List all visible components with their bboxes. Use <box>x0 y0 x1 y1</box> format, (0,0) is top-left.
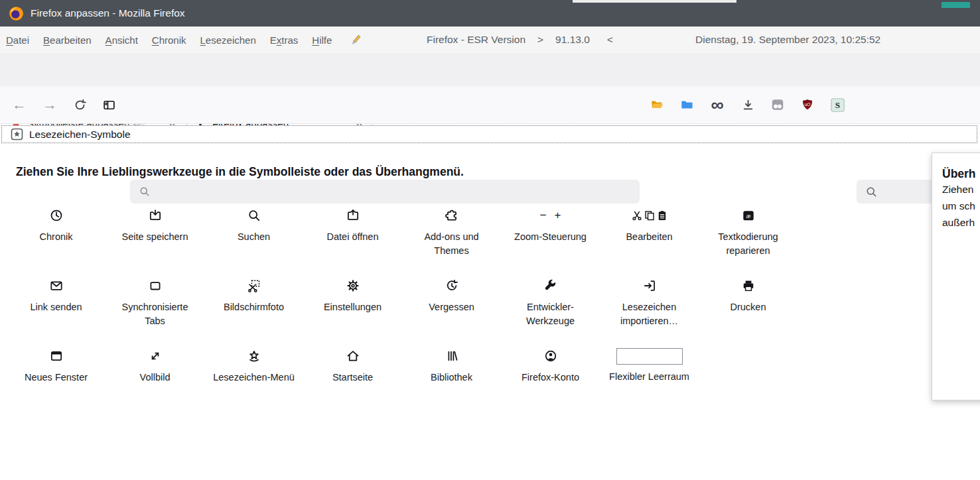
palette-item-vollbild[interactable]: Vollbild <box>105 340 204 410</box>
palette-item-datei-oeffnen[interactable]: Datei öffnen <box>303 200 402 270</box>
history-clock-icon <box>49 206 64 225</box>
palette-item-label: Datei öffnen <box>327 230 379 244</box>
palette-item-link-senden[interactable]: Link senden <box>7 270 105 340</box>
esr-version: 91.13.0 <box>555 34 590 46</box>
svg-text:uO: uO <box>805 102 811 107</box>
downloads-button[interactable] <box>736 86 760 123</box>
palette-item-textkodierung[interactable]: æ Textkodierung reparieren <box>699 200 798 270</box>
bookmarks-toolbar-dropzone[interactable]: Lesezeichen-Symbole <box>1 125 977 143</box>
palette-item-chronik[interactable]: Chronik <box>7 200 105 270</box>
palette-item-startseite[interactable]: Startseite <box>303 340 402 410</box>
edit-tools-icon <box>632 206 667 225</box>
urlbar-search-icon <box>139 186 151 198</box>
palette-item-entwickler-werkzeuge[interactable]: Entwickler-Werkzeuge <box>501 270 600 340</box>
menu-lesezeichen[interactable]: Lesezeichen <box>200 34 256 46</box>
esr-gt: > <box>537 34 543 46</box>
titlebar-accent <box>942 2 970 8</box>
esr-lt: < <box>607 34 613 46</box>
palette-item-addons[interactable]: Add-ons und Themes <box>402 200 501 270</box>
palette-item-vergessen[interactable]: Vergessen <box>402 270 501 340</box>
private-mask-button[interactable]: ∞ <box>705 86 729 123</box>
palette-item-zoom-steuerung[interactable]: − + Zoom-Steuerung <box>501 200 600 270</box>
palette-item-label: Add-ons und Themes <box>410 230 494 258</box>
menu-ansicht[interactable]: Ansicht <box>105 34 138 46</box>
scissors-icon <box>632 210 642 221</box>
clock-readout: Dienstag, 19. September 2023, 10:25:52 <box>695 27 880 53</box>
infinity-icon: ∞ <box>711 98 723 111</box>
bookmarks-dropzone-label: Lesezeichen-Symbole <box>29 129 131 141</box>
palette-item-label: Textkodierung reparieren <box>707 230 790 258</box>
palette-item-flexibler-leerraum[interactable]: Flexibler Leerraum <box>600 340 699 410</box>
tab-bar: Symbolleiste anpassen senk × Firefox anp… <box>0 53 980 86</box>
reload-button[interactable] <box>68 86 92 123</box>
palette-item-label: Zoom-Steuerung <box>514 230 587 244</box>
menu-datei[interactable]: Datei <box>6 34 29 46</box>
palette-item-label: Chronik <box>40 230 73 244</box>
back-button[interactable]: ← <box>7 86 31 123</box>
developer-wrench-icon <box>543 276 558 295</box>
palette-item-seite-speichern[interactable]: Seite speichern <box>105 200 204 270</box>
open-file-icon <box>346 206 360 225</box>
stylus-icon: S <box>830 97 845 113</box>
zoom-plus[interactable]: + <box>555 209 561 222</box>
palette-item-label: Entwickler-Werkzeuge <box>509 300 593 328</box>
menu-bearbeiten[interactable]: Bearbeiten <box>43 34 92 46</box>
new-window-icon <box>49 347 64 365</box>
extension-button[interactable] <box>766 86 790 123</box>
palette-item-einstellungen[interactable]: Einstellungen <box>303 270 402 340</box>
customize-palette: Chronik Seite speichern Suchen Datei öff… <box>7 200 798 410</box>
zoom-minus[interactable]: − <box>540 209 547 222</box>
menu-hilfe[interactable]: Hilfe <box>312 34 332 46</box>
palette-item-label: Einstellungen <box>324 300 382 314</box>
library-icon <box>445 347 459 365</box>
palette-item-label: Bibliothek <box>431 371 472 385</box>
palette-item-label: Lesezeichen-Menü <box>213 371 295 385</box>
palette-item-label: Suchen <box>238 230 270 244</box>
search-icon <box>247 206 261 225</box>
palette-item-synchronisierte-tabs[interactable]: Synchronisierte Tabs <box>105 270 204 340</box>
palette-item-bibliothek[interactable]: Bibliothek <box>402 340 501 410</box>
palette-item-lesezeichen-menue[interactable]: Lesezeichen-Menü <box>204 340 303 410</box>
svg-text:æ: æ <box>746 212 750 219</box>
palette-item-label: Link senden <box>30 300 82 314</box>
palette-item-bildschirmfoto[interactable]: Bildschirmfoto <box>204 270 303 340</box>
overflow-panel-text: um sch <box>942 198 980 214</box>
palette-item-lesezeichen-importieren[interactable]: Lesezeichen importieren… <box>600 270 699 340</box>
copy-icon <box>644 210 655 221</box>
synced-tabs-icon <box>148 276 163 295</box>
blue-folder-icon <box>679 97 695 112</box>
menu-extras[interactable]: Extras <box>270 34 299 46</box>
bookmarks-menu-icon <box>247 347 261 365</box>
yellow-folder-icon <box>649 97 665 112</box>
menu-chronik[interactable]: Chronik <box>152 34 186 46</box>
forward-arrow-icon: → <box>42 96 57 113</box>
ublock-shield-icon: uO <box>800 97 815 113</box>
settings-gear-icon <box>346 276 360 295</box>
palette-item-label: Bearbeiten <box>626 230 672 244</box>
pencil-icon[interactable] <box>349 32 363 48</box>
forward-button[interactable]: → <box>38 86 62 123</box>
palette-item-suchen[interactable]: Suchen <box>204 200 303 270</box>
ublock-origin-button[interactable]: uO <box>796 86 819 123</box>
text-encoding-icon: æ <box>741 206 756 225</box>
sidebar-toggle-button[interactable] <box>97 86 121 123</box>
open-folder-button[interactable] <box>645 86 669 123</box>
stylus-button[interactable]: S <box>825 86 849 123</box>
esr-version-readout: Firefox - ESR Version > 91.13.0 < <box>427 27 613 53</box>
palette-item-label: Bildschirmfoto <box>224 300 284 314</box>
palette-item-bearbeiten[interactable]: Bearbeiten <box>600 200 699 270</box>
blue-folder-button[interactable] <box>675 86 699 123</box>
print-icon <box>741 276 756 295</box>
palette-item-drucken[interactable]: Drucken <box>699 270 798 340</box>
palette-item-firefox-konto[interactable]: Firefox-Konto <box>501 340 600 410</box>
titlebar: Firefox anpassen - Mozilla Firefox <box>0 0 980 27</box>
sidebar-icon <box>102 98 116 112</box>
palette-item-neues-fenster[interactable]: Neues Fenster <box>7 340 105 410</box>
clipboard-icon <box>657 210 667 221</box>
palette-item-label: Synchronisierte Tabs <box>113 300 197 328</box>
overflow-menu-panel[interactable]: Überh Ziehen um sch außerh <box>932 152 980 400</box>
overflow-panel-title: Überh <box>942 167 980 181</box>
screenshot-icon <box>247 276 261 295</box>
search-icon <box>865 186 878 198</box>
gray-extension-icon <box>770 97 786 112</box>
